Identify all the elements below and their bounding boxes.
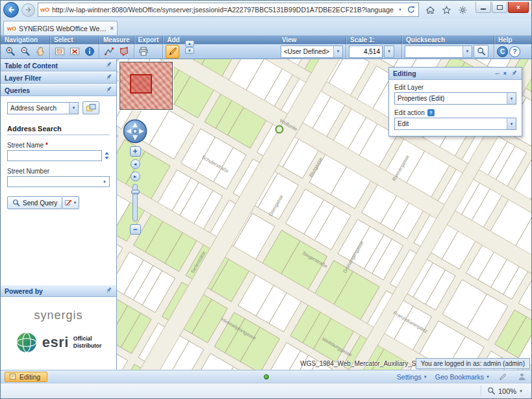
measure-distance-button[interactable] [102, 45, 116, 58]
editing-panel-header[interactable]: Editing ─ × [389, 68, 522, 80]
favorites-star-icon[interactable] [440, 5, 453, 15]
group-label-quicksearch: Quicksearch [402, 36, 494, 44]
help-question-icon[interactable]: ? [427, 109, 435, 116]
edit-layer-select[interactable]: Properties (Edit) ▼ [394, 92, 516, 105]
add-sketch-button[interactable] [166, 45, 179, 58]
geo-bookmarks-menu[interactable]: Geo Bookmarks▼ [435, 373, 490, 381]
url-input[interactable] [51, 5, 395, 14]
quicksearch-select[interactable]: ▼ [405, 45, 472, 58]
overview-extent-box[interactable] [130, 74, 152, 94]
identify-button[interactable] [82, 45, 96, 58]
group-label-export: Export [134, 36, 163, 44]
address-search-title: Address Search [7, 125, 110, 135]
select-button[interactable] [53, 45, 66, 58]
pan-button[interactable] [33, 45, 47, 58]
chevron-down-icon: ▼ [385, 46, 394, 57]
url-dropdown-icon[interactable]: ▼ [396, 8, 404, 12]
compass-pan-control[interactable] [123, 119, 147, 144]
address-bar[interactable]: wO ▼ [38, 3, 419, 17]
query-builder-button[interactable] [82, 101, 99, 114]
chevron-down-icon: ▼ [462, 46, 472, 57]
previous-extent-button[interactable]: ◄ [131, 159, 140, 169]
zoom-slider-handle[interactable] [131, 190, 140, 194]
send-query-button[interactable]: Send Query [7, 196, 62, 209]
settings-gear-icon[interactable] [457, 5, 469, 15]
maximize-button[interactable] [492, 2, 507, 13]
pin-icon[interactable] [105, 73, 112, 82]
toolbar-chevron-down-button[interactable]: ▼ [185, 47, 194, 54]
toolbar-group-export: Export [134, 36, 163, 58]
pencil-icon [168, 46, 178, 57]
chevron-down-icon: ▼ [333, 46, 342, 57]
edit-action-select[interactable]: Edit ▼ [394, 118, 516, 130]
home-icon[interactable] [424, 5, 437, 15]
refresh-icon[interactable] [405, 5, 417, 14]
zoom-out-button[interactable] [18, 45, 32, 58]
pin-icon[interactable] [105, 61, 112, 70]
editing-status-tab[interactable]: Editing [5, 372, 47, 382]
panel-header-layer-filter[interactable]: Layer Filter [1, 71, 116, 84]
browser-zoom-control[interactable]: 100% ▼ [481, 385, 529, 396]
browser-tab-row: wO SYNERGIS WebOffice Web... × [1, 19, 531, 36]
back-button[interactable] [3, 2, 19, 18]
toolbar-group-measure: Measure [99, 36, 134, 58]
zoom-out-icon [20, 46, 31, 57]
quicksearch-button[interactable] [474, 45, 488, 58]
zoom-out-map-button[interactable]: − [130, 224, 141, 235]
clear-selection-button[interactable] [68, 45, 81, 58]
view-select-value: <User Defined> [281, 48, 333, 55]
zoom-in-button[interactable] [3, 45, 17, 58]
view-select[interactable]: <User Defined> ▼ [281, 45, 343, 58]
zoom-slider[interactable] [133, 184, 138, 222]
edit-layer-value: Properties (Edit) [395, 95, 507, 102]
group-label-add: Add [163, 36, 183, 44]
measure-area-button[interactable] [117, 45, 131, 58]
scale-input[interactable] [349, 45, 383, 58]
tab-favicon: wO [7, 25, 16, 32]
chevron-down-icon: ▼ [424, 375, 427, 379]
chevron-down-icon: ▼ [100, 177, 109, 187]
panel-title: Powered by [5, 287, 43, 295]
send-query-label: Send Query [23, 200, 57, 207]
toolbar-chevron-up-button[interactable]: ▲ [185, 40, 194, 47]
street-name-input[interactable] [7, 150, 102, 161]
help-button[interactable]: ? [509, 46, 520, 57]
toolbar-group-scale: Scale 1: ▼ [346, 36, 401, 58]
settings-menu[interactable]: Settings▼ [397, 373, 427, 381]
query-type-select[interactable]: Address Search ▼ [7, 102, 79, 114]
printer-icon [138, 46, 149, 57]
panel-close-icon[interactable]: × [503, 70, 507, 77]
zoom-in-map-button[interactable]: + [130, 146, 141, 157]
pin-icon[interactable] [105, 86, 112, 94]
pin-icon[interactable] [105, 287, 112, 295]
send-query-options-button[interactable]: ▼ [62, 196, 79, 209]
overview-map[interactable] [120, 62, 173, 110]
minimize-button[interactable] [475, 2, 491, 13]
panel-header-powered-by[interactable]: Powered by [1, 285, 116, 297]
group-label-view: View [278, 36, 346, 44]
forward-button[interactable] [21, 3, 35, 17]
tab-close-icon[interactable]: × [110, 25, 114, 32]
next-extent-button[interactable]: ► [131, 172, 140, 181]
query-builder-icon [86, 103, 97, 113]
scale-select-button[interactable]: ▼ [384, 45, 394, 58]
editing-panel: Editing ─ × Edit Layer Properties (Edit)… [388, 67, 522, 136]
street-number-combo[interactable]: ▼ [7, 176, 110, 187]
panel-header-queries[interactable]: Queries [1, 84, 116, 96]
print-button[interactable] [137, 45, 151, 58]
group-label-measure: Measure [99, 36, 134, 44]
pin-icon[interactable] [511, 70, 518, 78]
panel-minimize-icon[interactable]: ─ [495, 70, 499, 77]
user-icon[interactable] [516, 372, 527, 381]
sort-arrows-icon[interactable] [104, 151, 110, 160]
edit-pencil-icon[interactable] [498, 372, 509, 381]
browser-tab[interactable]: wO SYNERGIS WebOffice Web... × [3, 21, 118, 35]
connection-status-icon [264, 374, 269, 380]
close-button[interactable]: × [508, 2, 529, 13]
toolbar-group-navigation: Navigation [1, 36, 49, 58]
panel-header-table-of-content[interactable]: Table of Content [1, 59, 116, 71]
chevron-down-icon: ▼ [73, 201, 77, 205]
help-contact-button[interactable]: C [497, 46, 508, 57]
window-controls: × [475, 2, 529, 13]
map-viewport[interactable]: WollzeileSchulerstraßeSingerstraßeHimmel… [117, 59, 531, 370]
